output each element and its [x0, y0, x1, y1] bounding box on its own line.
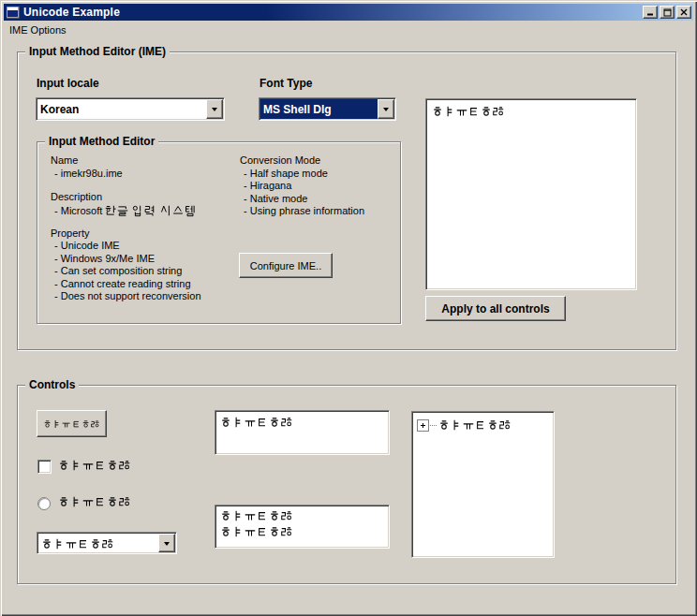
jamo-radio[interactable]	[37, 497, 51, 510]
configure-ime-label: Configure IME..	[245, 255, 326, 276]
expand-plus-icon[interactable]	[417, 419, 429, 432]
jamo-combo-dropdown-button[interactable]	[158, 534, 175, 552]
preview-text	[432, 104, 636, 120]
controls-group-title: Controls	[25, 378, 79, 391]
input-locale-value: Korean	[40, 101, 205, 118]
app-icon	[7, 7, 20, 19]
title-bar[interactable]: Unicode Example	[4, 4, 693, 21]
edit-box-1[interactable]	[215, 410, 390, 455]
ime-details-title: Input Method Editor	[45, 135, 158, 148]
name-value: - imekr98u.ime	[51, 168, 201, 181]
window-controls	[643, 6, 691, 19]
configure-ime-button[interactable]: Configure IME..	[239, 253, 333, 278]
maximize-icon	[663, 8, 672, 17]
tree-node[interactable]	[412, 412, 554, 433]
jamo-combobox[interactable]	[37, 532, 177, 554]
ime-preview-edit[interactable]	[425, 98, 637, 290]
jamo-button[interactable]	[37, 410, 107, 437]
apply-all-button[interactable]: Apply to all controls	[425, 296, 566, 321]
window-title: Unicode Example	[23, 6, 120, 19]
property-label: Property	[51, 227, 201, 241]
jamo-button-label	[43, 412, 100, 435]
font-type-dropdown-button[interactable]	[378, 99, 394, 119]
info-line: - Can set composition string	[54, 265, 201, 278]
close-icon	[680, 8, 688, 16]
close-button[interactable]	[676, 6, 691, 19]
ime-details-groupbox: Input Method Editor Name - imekr98u.ime …	[37, 141, 401, 324]
ime-groupbox: Input Method Editor (IME) Input locale K…	[17, 51, 676, 350]
info-line: - Using phrase information	[244, 205, 364, 218]
chevron-down-icon	[212, 108, 217, 114]
jamo-combo-value	[41, 535, 157, 551]
description-value: - Microsoft	[51, 204, 201, 218]
minimize-icon	[646, 8, 654, 16]
edit2-line-2	[220, 524, 389, 540]
jamo-checkbox[interactable]	[37, 460, 52, 474]
info-line: - Native mode	[244, 193, 364, 206]
minimize-button[interactable]	[643, 6, 658, 19]
info-line: - Half shape mode	[244, 168, 364, 181]
tree-view[interactable]	[411, 411, 555, 558]
name-label: Name	[51, 154, 201, 168]
info-line: - Hiragana	[244, 180, 364, 193]
description-label: Description	[51, 191, 201, 204]
ime-details-left-column: Name - imekr98u.ime Description - Micros…	[51, 154, 201, 303]
jamo-radio-label	[58, 494, 131, 510]
chevron-down-icon	[164, 542, 170, 549]
info-line: - Windows 9x/Me IME	[54, 253, 201, 266]
chevron-down-icon	[383, 108, 389, 114]
info-line: - Unicode IME	[54, 240, 201, 253]
ime-group-title: Input Method Editor (IME)	[25, 45, 170, 58]
ime-details-right-column: Conversion Mode - Half shape mode- Hirag…	[240, 154, 364, 218]
apply-all-label: Apply to all controls	[432, 298, 559, 319]
window: Unicode Example IME Options Input Method…	[0, 0, 697, 616]
edit2-line-1	[220, 508, 389, 524]
jamo-checkbox-label	[58, 458, 131, 474]
input-locale-combobox[interactable]: Korean	[36, 97, 225, 121]
conversion-list: - Half shape mode- Hiragana- Native mode…	[240, 168, 364, 218]
maximize-button[interactable]	[660, 6, 675, 19]
font-type-combobox[interactable]: MS Shell Dlg	[259, 97, 396, 121]
menu-bar: IME Options	[4, 22, 693, 37]
font-type-label: Font Type	[260, 77, 312, 90]
controls-groupbox: Controls	[17, 385, 676, 584]
tree-node-label	[438, 418, 512, 433]
tree-connector	[430, 425, 437, 426]
info-line: - Does not support reconversion	[54, 290, 201, 303]
conversion-label: Conversion Mode	[240, 154, 364, 168]
input-locale-label: Input locale	[37, 77, 99, 90]
edit1-line	[220, 415, 389, 431]
font-type-value: MS Shell Dlg	[260, 99, 378, 119]
property-list: - Unicode IME- Windows 9x/Me IME- Can se…	[51, 240, 201, 303]
info-line: - Cannot create reading string	[54, 278, 201, 291]
input-locale-dropdown-button[interactable]	[206, 99, 223, 119]
edit-box-2[interactable]	[215, 505, 390, 549]
menu-ime-options[interactable]: IME Options	[4, 23, 72, 37]
